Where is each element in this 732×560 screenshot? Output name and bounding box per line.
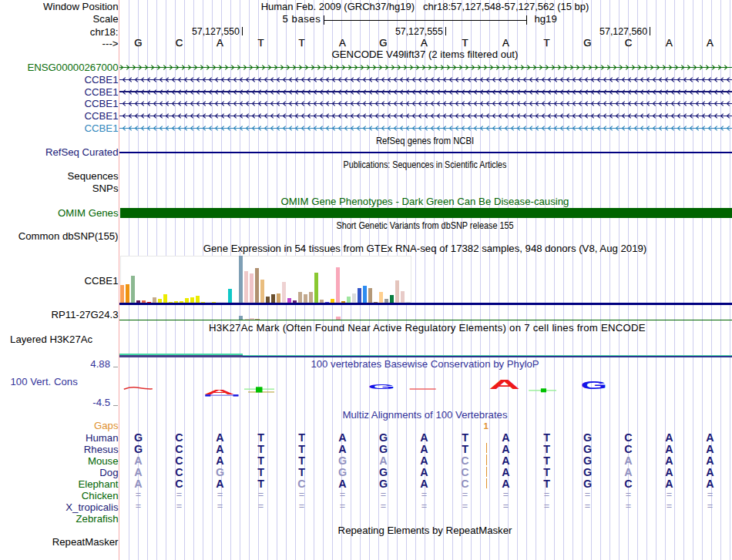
svg-text:G: G bbox=[581, 379, 607, 391]
svg-text:G: G bbox=[368, 383, 395, 391]
svg-text:A: A bbox=[489, 377, 521, 391]
